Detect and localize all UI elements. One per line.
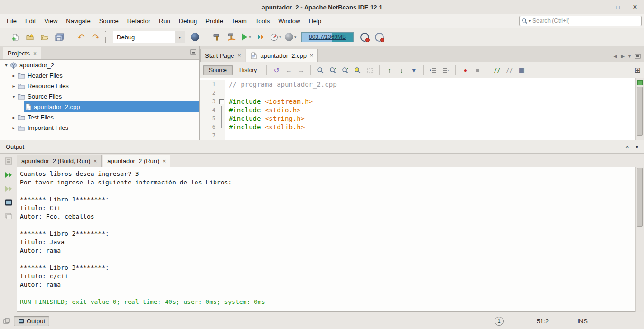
undo-button[interactable]: ↶ bbox=[75, 30, 88, 44]
shift-line-right-icon[interactable] bbox=[440, 64, 451, 76]
code-line[interactable]: 7 bbox=[200, 131, 636, 140]
maximize-editor-icon[interactable] bbox=[635, 54, 641, 59]
search-dropdown-icon[interactable]: ▾ bbox=[529, 19, 531, 23]
output-header[interactable]: Output × ● bbox=[0, 140, 644, 154]
close-window-button[interactable]: × bbox=[630, 2, 640, 12]
forward-icon[interactable]: → bbox=[295, 64, 307, 76]
menu-item-refactor[interactable]: Refactor bbox=[123, 15, 155, 27]
line-number[interactable]: 2 bbox=[200, 89, 218, 97]
notifications-icon[interactable]: 1 bbox=[495, 317, 504, 326]
close-icon[interactable]: × bbox=[162, 158, 166, 164]
tab-projects[interactable]: Projects × bbox=[3, 47, 41, 59]
tree-item-resource-files[interactable]: ▸ Resource Files bbox=[0, 81, 199, 91]
memory-indicator[interactable]: 803.7/1369MB bbox=[301, 32, 354, 42]
find-previous-icon[interactable] bbox=[339, 64, 351, 76]
maximize-window-button[interactable]: □ bbox=[613, 2, 623, 12]
scrollbar-thumb[interactable] bbox=[637, 87, 643, 136]
line-number[interactable]: 7 bbox=[200, 131, 218, 140]
menu-item-help[interactable]: Help bbox=[304, 15, 326, 27]
expander-icon[interactable]: ▸ bbox=[11, 115, 17, 120]
open-project-button[interactable] bbox=[38, 30, 51, 44]
insert-mode-indicator[interactable]: INS bbox=[577, 318, 588, 325]
menu-item-profile[interactable]: Profile bbox=[201, 15, 227, 27]
expander-icon[interactable]: ▾ bbox=[3, 63, 9, 68]
close-icon[interactable]: × bbox=[310, 52, 313, 59]
rerun-with-options-icon[interactable] bbox=[3, 183, 14, 194]
find-selection-icon[interactable] bbox=[315, 64, 326, 76]
rerun-icon[interactable] bbox=[3, 170, 14, 180]
uncomment-icon[interactable]: // bbox=[504, 64, 515, 76]
run-project-button[interactable]: ▾ bbox=[240, 30, 253, 44]
comment-icon[interactable]: // bbox=[491, 64, 503, 76]
debug-project-button[interactable] bbox=[254, 30, 268, 44]
attach-dropdown-icon[interactable]: ▾ bbox=[294, 35, 297, 39]
menu-item-window[interactable]: Window bbox=[274, 15, 304, 27]
profile-dropdown-icon[interactable]: ▾ bbox=[279, 35, 281, 39]
code-editor[interactable]: 1 // programa apuntador_2.cpp 2 3 #inclu… bbox=[200, 78, 636, 140]
clean-build-project-button[interactable] bbox=[225, 30, 238, 44]
close-icon[interactable]: × bbox=[93, 158, 97, 164]
scroll-tabs-right-icon[interactable]: ▶ bbox=[621, 54, 625, 59]
line-number[interactable]: 1 bbox=[200, 80, 218, 89]
tab-list-icon[interactable]: ▾ bbox=[628, 54, 631, 59]
close-icon[interactable]: × bbox=[237, 52, 241, 59]
tree-item-source-files[interactable]: ▾ Source Files bbox=[0, 91, 199, 101]
redo-button[interactable]: ↷ bbox=[89, 30, 103, 44]
tree-item-test-files[interactable]: ▸ Test Files bbox=[0, 112, 199, 122]
tab-start-page[interactable]: Start Page × bbox=[200, 49, 245, 62]
expander-icon[interactable]: ▾ bbox=[11, 94, 17, 99]
configuration-select[interactable]: Debug ▾ bbox=[113, 31, 185, 43]
menu-item-tools[interactable]: Tools bbox=[251, 15, 274, 27]
code-line[interactable]: 1 // programa apuntador_2.cpp bbox=[200, 80, 636, 89]
line-number[interactable]: 4 bbox=[200, 106, 218, 114]
split-document-icon[interactable]: ⊞ bbox=[635, 66, 641, 74]
code-line[interactable]: 5 #include <string.h> bbox=[200, 114, 636, 123]
line-number[interactable]: 3 bbox=[200, 97, 218, 106]
line-number[interactable]: 5 bbox=[200, 114, 218, 123]
clear-output-icon[interactable] bbox=[3, 211, 14, 221]
run-dropdown-icon[interactable]: ▾ bbox=[249, 35, 251, 39]
menu-item-debug[interactable]: Debug bbox=[175, 15, 201, 27]
output-options-icon[interactable] bbox=[3, 156, 14, 166]
menu-item-edit[interactable]: Edit bbox=[21, 15, 40, 27]
back-icon[interactable]: ← bbox=[283, 64, 294, 76]
tree-item-apuntador-2-cpp[interactable]: apuntador_2.cpp bbox=[0, 101, 199, 112]
tab-apuntador-2-run[interactable]: apuntador_2 (Run) × bbox=[103, 155, 170, 167]
shift-line-left-icon[interactable] bbox=[428, 64, 439, 76]
configuration-dropdown-icon[interactable]: ▾ bbox=[175, 31, 185, 43]
tree-item-apuntador-2[interactable]: ▾ apuntador_2 bbox=[0, 60, 199, 70]
terminal-icon[interactable] bbox=[3, 197, 14, 208]
scrollbar-thumb[interactable] bbox=[637, 168, 643, 227]
output-console[interactable]: Cuantos libros desea ingresar? 3 Por fav… bbox=[17, 167, 636, 312]
stop-macro-recording-icon[interactable]: ■ bbox=[472, 64, 483, 76]
gc-button[interactable] bbox=[373, 30, 386, 44]
menu-item-file[interactable]: File bbox=[2, 15, 21, 27]
fold-collapse-icon[interactable] bbox=[219, 99, 224, 104]
build-project-button[interactable] bbox=[210, 30, 224, 44]
close-panel-icon[interactable]: × bbox=[625, 143, 629, 150]
console-scrollbar[interactable] bbox=[635, 167, 644, 312]
minimize-panel-icon[interactable] bbox=[190, 49, 196, 55]
new-project-button[interactable] bbox=[23, 30, 37, 44]
expander-icon[interactable]: ▸ bbox=[11, 83, 17, 89]
globe-button[interactable] bbox=[188, 30, 202, 44]
source-view-button[interactable]: Source bbox=[203, 65, 233, 75]
toggle-highlight-search-icon[interactable] bbox=[352, 64, 363, 76]
last-edit-location-icon[interactable]: ↺ bbox=[271, 64, 282, 76]
menu-item-team[interactable]: Team bbox=[227, 15, 251, 27]
next-occurrence-icon[interactable]: ▾ bbox=[408, 64, 420, 76]
tree-item-header-files[interactable]: ▸ Header Files bbox=[0, 70, 199, 81]
previous-bookmark-icon[interactable]: ↑ bbox=[383, 64, 395, 76]
search-input[interactable] bbox=[532, 17, 639, 25]
expander-icon[interactable]: ▸ bbox=[11, 125, 17, 130]
dock-window-icon[interactable] bbox=[3, 318, 10, 324]
scroll-tabs-left-icon[interactable]: ◀ bbox=[614, 54, 617, 59]
output-toggle-button[interactable]: Output bbox=[14, 316, 49, 326]
history-view-button[interactable]: History bbox=[233, 65, 262, 75]
minimize-window-button[interactable]: – bbox=[596, 2, 606, 12]
code-line[interactable]: 4 #include <stdio.h> bbox=[200, 106, 636, 114]
save-all-button[interactable] bbox=[53, 30, 66, 44]
inspect-members-icon[interactable]: ▦ bbox=[516, 64, 527, 76]
tab-apuntador-2-cpp[interactable]: apuntador_2.cpp × bbox=[246, 49, 318, 62]
start-macro-recording-icon[interactable]: ● bbox=[459, 64, 471, 76]
